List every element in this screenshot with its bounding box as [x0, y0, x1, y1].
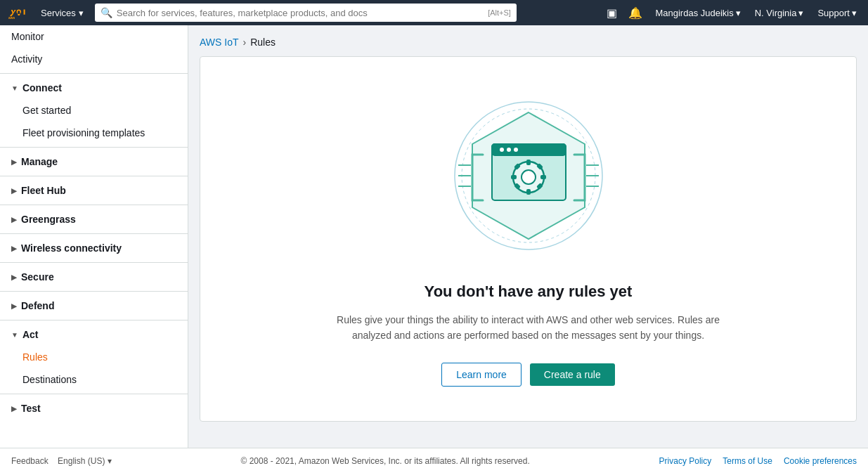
- sidebar-divider-4: [0, 205, 188, 205]
- svg-rect-11: [526, 160, 531, 165]
- sidebar-manage-label: Manage: [21, 156, 58, 167]
- sidebar-fleet-templates-label: Fleet provisioning templates: [22, 127, 145, 138]
- region-label: N. Virginia: [755, 8, 797, 18]
- services-menu-button[interactable]: Services ▾: [35, 5, 89, 21]
- sidebar-section-test[interactable]: ▶ Test: [0, 397, 188, 420]
- manage-chevron-icon: ▶: [11, 158, 17, 166]
- learn-more-button[interactable]: Learn more: [441, 363, 522, 387]
- sidebar-divider-5: [0, 233, 188, 234]
- breadcrumb-aws-iot-link[interactable]: AWS IoT: [200, 37, 239, 48]
- sidebar-defend-label: Defend: [21, 300, 54, 311]
- sidebar-section-connect[interactable]: ▼ Connect: [0, 77, 188, 99]
- support-menu-button[interactable]: Support ▾: [813, 5, 861, 21]
- sidebar-scroll: Monitor Activity ▼ Connect Get started F…: [0, 25, 188, 448]
- sidebar-divider-6: [0, 262, 188, 263]
- sidebar-rules-label: Rules: [22, 351, 48, 363]
- sidebar-divider-2: [0, 147, 188, 148]
- notifications-button[interactable]: 🔔: [626, 4, 645, 22]
- support-label: Support: [817, 8, 850, 18]
- empty-title: You don't have any rules yet: [425, 283, 633, 301]
- sidebar-divider-1: [0, 73, 188, 74]
- act-chevron-icon: ▼: [11, 331, 18, 339]
- greengrass-chevron-icon: ▶: [11, 216, 17, 223]
- sidebar-activity-label: Activity: [11, 53, 42, 65]
- sidebar-divider-7: [0, 291, 188, 292]
- content-area: AWS IoT › Rules: [188, 25, 868, 448]
- sidebar-section-manage[interactable]: ▶ Manage: [0, 150, 188, 173]
- sidebar-item-rules[interactable]: Rules: [0, 346, 188, 368]
- sidebar-item-fleet-templates[interactable]: Fleet provisioning templates: [0, 122, 188, 144]
- sidebar-item-destinations[interactable]: Destinations: [0, 368, 188, 391]
- sidebar-section-secure[interactable]: ▶ Secure: [0, 266, 188, 288]
- svg-rect-14: [540, 175, 546, 179]
- action-buttons: Learn more Create a rule: [441, 363, 615, 387]
- sidebar-section-act[interactable]: ▼ Act: [0, 323, 188, 346]
- aws-logo[interactable]: aws: [7, 6, 30, 20]
- svg-text:aws: aws: [8, 16, 15, 20]
- fleet-hub-chevron-icon: ▶: [11, 187, 17, 195]
- services-label: Services: [41, 8, 76, 18]
- sidebar-connect-label: Connect: [22, 82, 62, 93]
- svg-rect-13: [511, 175, 517, 179]
- sidebar-section-fleet-hub[interactable]: ▶ Fleet Hub: [0, 179, 188, 202]
- sidebar-secure-label: Secure: [21, 271, 54, 283]
- sidebar-item-get-started[interactable]: Get started: [0, 99, 188, 122]
- sidebar-section-greengrass[interactable]: ▶ Greengrass: [0, 208, 188, 231]
- sidebar-destinations-label: Destinations: [22, 374, 77, 385]
- defend-chevron-icon: ▶: [11, 302, 17, 310]
- sidebar-fleet-hub-label: Fleet Hub: [21, 185, 66, 196]
- sidebar-get-started-label: Get started: [22, 105, 71, 116]
- sidebar-item-activity[interactable]: Activity: [0, 48, 188, 70]
- sidebar-monitor-label: Monitor: [11, 31, 44, 42]
- search-input[interactable]: [117, 8, 482, 18]
- test-chevron-icon: ▶: [11, 405, 17, 413]
- secure-chevron-icon: ▶: [11, 273, 17, 281]
- sidebar: Monitor Activity ▼ Connect Get started F…: [0, 25, 188, 448]
- breadcrumb: AWS IoT › Rules: [200, 37, 857, 48]
- empty-description: Rules give your things the ability to in…: [332, 312, 725, 344]
- svg-point-7: [507, 148, 511, 152]
- sidebar-divider-3: [0, 176, 188, 176]
- sidebar-item-monitor[interactable]: Monitor: [0, 25, 188, 48]
- svg-point-6: [500, 148, 504, 152]
- region-chevron-icon: ▾: [798, 8, 803, 18]
- sidebar-section-wireless[interactable]: ▶ Wireless connectivity: [0, 237, 188, 259]
- connect-chevron-icon: ▼: [11, 84, 18, 92]
- layout: Monitor Activity ▼ Connect Get started F…: [0, 25, 868, 448]
- cloudshell-button[interactable]: ▣: [604, 4, 620, 22]
- services-chevron-icon: ▾: [79, 8, 84, 18]
- create-rule-button[interactable]: Create a rule: [530, 363, 615, 386]
- rules-illustration: [444, 91, 613, 260]
- support-chevron-icon: ▾: [852, 8, 857, 18]
- breadcrumb-current: Rules: [250, 37, 276, 48]
- top-navigation: aws Services ▾ 🔍 [Alt+S] ▣ 🔔 Mangirdas J…: [0, 0, 868, 25]
- breadcrumb-separator: ›: [243, 37, 247, 48]
- sidebar-greengrass-label: Greengrass: [21, 214, 76, 225]
- user-menu-button[interactable]: Mangirdas Judeikis ▾: [651, 5, 744, 21]
- search-bar: 🔍 [Alt+S]: [95, 4, 517, 22]
- empty-state-card: You don't have any rules yet Rules give …: [200, 56, 857, 422]
- nav-right-controls: ▣ 🔔 Mangirdas Judeikis ▾ N. Virginia ▾ S…: [604, 4, 861, 22]
- svg-point-8: [514, 148, 518, 152]
- sidebar-divider-8: [0, 320, 188, 320]
- region-menu-button[interactable]: N. Virginia ▾: [751, 5, 808, 21]
- user-name: Mangirdas Judeikis: [655, 8, 733, 18]
- svg-rect-12: [526, 189, 531, 195]
- search-shortcut: [Alt+S]: [488, 8, 511, 17]
- svg-point-10: [522, 170, 536, 184]
- sidebar-act-label: Act: [22, 329, 39, 340]
- sidebar-section-defend[interactable]: ▶ Defend: [0, 294, 188, 317]
- user-chevron-icon: ▾: [736, 8, 741, 18]
- wireless-chevron-icon: ▶: [11, 245, 17, 252]
- sidebar-divider-9: [0, 394, 188, 394]
- sidebar-test-label: Test: [21, 403, 41, 414]
- main-content: AWS IoT › Rules: [188, 25, 868, 448]
- search-icon: 🔍: [101, 7, 112, 18]
- sidebar-wireless-label: Wireless connectivity: [21, 242, 122, 254]
